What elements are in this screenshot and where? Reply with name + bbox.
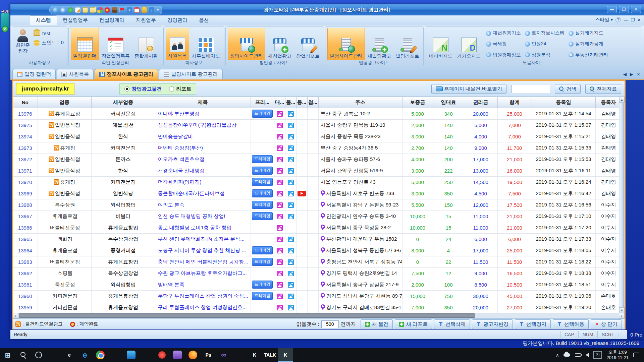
- ribbon-button[interactable]: 새창업광고: [266, 28, 293, 60]
- doc-tab-active[interactable]: 점포사이트 광고관리: [95, 69, 158, 79]
- image-blue-icon[interactable]: [288, 305, 294, 310]
- image-magenta-icon[interactable]: [277, 305, 283, 310]
- taskbar-blue-window[interactable]: [231, 348, 247, 362]
- help-site-link[interactable]: e토지정보시스템: [524, 28, 565, 39]
- action-button[interactable]: ✕창 닫기: [591, 319, 622, 329]
- taskbar-green-app[interactable]: [139, 348, 154, 362]
- taskbar-camera[interactable]: [170, 348, 185, 362]
- image-blue-icon[interactable]: [288, 123, 294, 128]
- action-button[interactable]: 새 리포트: [395, 319, 432, 329]
- child-minimize-icon[interactable]: —: [624, 17, 628, 22]
- image-blue-icon[interactable]: [288, 180, 294, 185]
- cell-title-link[interactable]: 이오카츠 석촌호수점: [155, 154, 251, 165]
- taskbar-kakaotalk[interactable]: TALK: [262, 348, 278, 362]
- image-blue-icon[interactable]: [288, 202, 294, 208]
- taskbar-firefox[interactable]: [185, 348, 201, 362]
- help-site-link[interactable]: e대법원등기소: [485, 28, 522, 39]
- taskbar-photos[interactable]: [123, 348, 139, 362]
- image-blue-icon[interactable]: [288, 282, 294, 288]
- taskbar-start[interactable]: ⊞: [0, 348, 15, 362]
- cell-title-link[interactable]: 방배역 본죽: [155, 279, 251, 290]
- scroll-tabs-left-icon[interactable]: ◀: [623, 72, 627, 77]
- cell-title-link[interactable]: 이디야 부산부평점: [155, 108, 251, 119]
- ribbon-button[interactable]: 사무실배치도: [190, 28, 222, 60]
- ribbon-tab[interactable]: 지원업무: [130, 16, 162, 25]
- ribbon-button[interactable]: 빌딩리포트: [394, 28, 421, 60]
- table-row[interactable]: 13976휴게음료점커피전문점이디야 부산부평점프리미엄부산 중구 광복로 10…: [13, 108, 622, 119]
- column-header[interactable]: 업종: [38, 97, 91, 108]
- image-magenta-icon[interactable]: [277, 123, 283, 128]
- help-site-link[interactable]: e민원24: [524, 39, 565, 49]
- action-button[interactable]: 선택허용: [553, 319, 589, 329]
- taskbar-cortana[interactable]: [31, 348, 46, 362]
- column-header[interactable]: No: [13, 97, 38, 108]
- table-row[interactable]: 13959커피전문점휴게음료창업구리 투썸플레이스 창업 여성창업선호...경기…: [13, 302, 622, 313]
- scroll-tabs-right-icon[interactable]: ▶: [630, 72, 633, 77]
- column-header[interactable]: 등록일: [532, 97, 595, 108]
- scroll-left-icon[interactable]: ‹: [13, 313, 18, 318]
- horizontal-scrollbar[interactable]: ‹ ›: [13, 313, 625, 318]
- table-row[interactable]: 13964휴게음료점중형커피점도봉구 시니어 투잡 창업 추천 채선당 ...프…: [13, 245, 622, 256]
- vertical-scroll-thumb[interactable]: [620, 103, 624, 307]
- doc-tab[interactable]: 일정 캘린더: [12, 69, 56, 79]
- table-row[interactable]: 13963버블티전문점휴게음료창업충남 천안시 메인 버블티전문점 공차창...…: [13, 256, 622, 267]
- cell-title-link[interactable]: 더벤티 중앙점(부산): [155, 142, 251, 154]
- image-blue-icon[interactable]: [288, 259, 294, 265]
- cloud-icon[interactable]: [564, 353, 570, 357]
- table-row[interactable]: 13962쇼핑몰특수상권창업수원 광교 아브뉴프랑 후쿠오카함바그...경기도 …: [13, 267, 622, 279]
- taskbar-clock[interactable]: 오후 1:09 2019-11-21: [606, 350, 629, 360]
- table-row[interactable]: 13970휴게점커피전문점더착한커피(양평점)프리미엄서울 영등포구 양산로 4…: [13, 176, 622, 188]
- column-header[interactable]: 보증금: [402, 97, 433, 108]
- notification-center-icon[interactable]: [633, 353, 639, 357]
- horizontal-scroll-thumb[interactable]: [19, 313, 475, 318]
- column-header[interactable]: 세부업종: [91, 97, 155, 108]
- taskbar-internet-explorer[interactable]: e: [62, 348, 77, 362]
- edit-icon[interactable]: [75, 7, 80, 13]
- copy-icon[interactable]: [90, 7, 95, 13]
- image-blue-icon[interactable]: [288, 145, 294, 151]
- image-magenta-icon[interactable]: [277, 225, 283, 231]
- close-button[interactable]: ✕: [631, 6, 641, 13]
- column-header[interactable]: 대...: [274, 97, 285, 108]
- flag-icon[interactable]: [119, 7, 125, 13]
- qat-more-icon[interactable]: ▾: [157, 8, 159, 12]
- taskbar-record[interactable]: [154, 348, 170, 362]
- table-row[interactable]: 13969일반음식점일반식당통큰할매순대국/가든파이브점프리미엄서울특별시 서초…: [13, 188, 622, 199]
- column-header[interactable]: 첨...: [307, 97, 318, 108]
- sort-icon[interactable]: ⇕: [127, 7, 132, 13]
- add-icon[interactable]: [68, 7, 73, 13]
- taskbar-k-app[interactable]: K: [247, 348, 262, 362]
- table-row[interactable]: 13961죽전문점외식업창업방배역 본죽프리미엄서울특별시 송파구 잠실동 21…: [13, 279, 622, 290]
- note-icon[interactable]: [83, 7, 88, 13]
- ribbon-button[interactable]: 일정캘린더: [71, 28, 99, 60]
- table-row[interactable]: 13960커피전문점휴게음료창업분당구 투썸플레이스 창업 상권의 중심...프…: [13, 290, 622, 302]
- cell-title-link[interactable]: 부산 센텀 롯데백화점 內 소자본 분식...: [155, 233, 251, 245]
- read-count-input[interactable]: [321, 320, 339, 328]
- image-magenta-icon[interactable]: [277, 271, 283, 276]
- image-blue-icon[interactable]: [288, 248, 294, 253]
- tray-chevron-icon[interactable]: ∧: [556, 353, 559, 358]
- cell-title-link[interactable]: 만미숯불닭갈비: [155, 131, 251, 142]
- image-magenta-icon[interactable]: [277, 168, 283, 174]
- table-row[interactable]: 13968특수상권외식업창업여의도 본죽프리미엄서울특별시 강남구 논현동 99…: [13, 199, 622, 210]
- doc-tab[interactable]: 빌딩사이트 광고관리: [159, 69, 222, 79]
- ribbon-button[interactable]: 네이버지도: [427, 28, 454, 60]
- table-row[interactable]: 13965백화점특수상권창업부산 센텀 롯데백화점 內 소자본 분식...부산광…: [13, 233, 622, 245]
- image-magenta-icon[interactable]: [277, 134, 283, 139]
- palette-icon[interactable]: [97, 7, 103, 13]
- image-blue-icon[interactable]: [288, 157, 294, 162]
- image-magenta-icon[interactable]: [277, 282, 283, 288]
- ribbon-button[interactable]: 작업일정목록: [100, 28, 132, 60]
- help-site-link[interactable]: e실거래가공개: [568, 39, 609, 49]
- ribbon-button[interactable]: 사원목록: [166, 28, 189, 60]
- cell-title-link[interactable]: 분당구 투썸플레이스 창업 상권의 중심...: [155, 290, 251, 302]
- table-row[interactable]: 13971일반음식점한식개경순대국 신대방점프리미엄서울시 관악구 신림동 51…: [13, 165, 622, 176]
- help-site-link[interactable]: e상권분석: [524, 50, 565, 60]
- taskbar-task-view[interactable]: [46, 348, 62, 362]
- lock-icon[interactable]: [142, 7, 147, 13]
- action-button[interactable]: 새 물건: [361, 319, 393, 329]
- help-site-link[interactable]: e부동산거래관리: [568, 50, 609, 60]
- action-button[interactable]: 선택삭제: [434, 319, 470, 329]
- child-restore-icon[interactable]: ❐: [631, 17, 635, 22]
- image-blue-icon[interactable]: [288, 214, 294, 219]
